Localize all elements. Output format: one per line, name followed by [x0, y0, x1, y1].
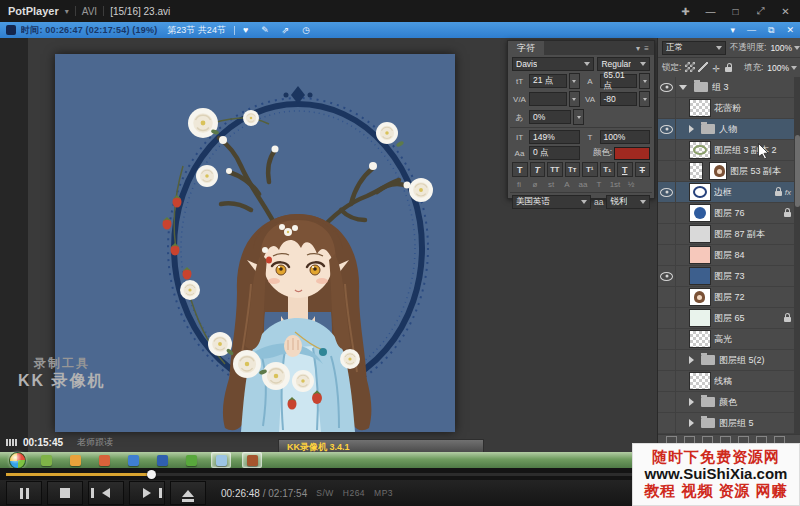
lock-lock-icon[interactable]: [724, 62, 734, 72]
restore-icon[interactable]: ⧉: [768, 25, 774, 36]
visibility-toggle[interactable]: [658, 161, 676, 181]
visibility-toggle[interactable]: [658, 119, 676, 139]
layer-row[interactable]: 图层 84: [658, 245, 794, 266]
scrollbar-thumb[interactable]: [795, 135, 800, 207]
seek-thumb[interactable]: [147, 470, 156, 479]
taskbar-app-6[interactable]: [182, 453, 200, 467]
layer-name[interactable]: 图层 76: [714, 207, 784, 220]
tracking-dropdown[interactable]: [639, 91, 650, 107]
visibility-toggle[interactable]: [658, 140, 676, 160]
layer-row[interactable]: 图层组 5(2): [658, 350, 794, 371]
layer-row[interactable]: 图层 65: [658, 308, 794, 329]
text-style-button-2[interactable]: T: [530, 162, 546, 177]
font-size-field[interactable]: 21 点: [529, 74, 567, 88]
disclosure-triangle-icon[interactable]: [689, 398, 694, 406]
horizontal-scale-field[interactable]: 100%: [600, 130, 651, 144]
opentype-button-1[interactable]: fi: [512, 179, 526, 190]
visibility-toggle[interactable]: [658, 413, 676, 433]
opentype-button-7[interactable]: 1st: [608, 179, 622, 190]
close-icon[interactable]: ✕: [779, 6, 792, 17]
text-style-button-8[interactable]: T: [635, 162, 651, 177]
layer-name[interactable]: 花蕾粉: [714, 102, 791, 115]
text-color-swatch[interactable]: [614, 147, 650, 160]
fullscreen-icon[interactable]: ⤢: [754, 5, 767, 17]
antialias-select[interactable]: 锐利: [606, 195, 650, 209]
layer-name[interactable]: 图层组 5(2): [719, 354, 791, 367]
layer-name[interactable]: 人物: [719, 123, 791, 136]
layer-name[interactable]: 图层组 3 副本 2: [714, 144, 791, 157]
layer-row[interactable]: 图层 87 副本: [658, 224, 794, 245]
visibility-toggle[interactable]: [658, 350, 676, 370]
opentype-button-6[interactable]: T: [592, 179, 606, 190]
video-area[interactable]: 字符 ▾ ≡ Davis Regular tT 21 点 A 65.01 点: [0, 38, 800, 468]
lock-move-icon[interactable]: [711, 64, 721, 74]
visibility-toggle[interactable]: [658, 245, 676, 265]
leading-dropdown[interactable]: [639, 73, 650, 89]
disclosure-triangle-icon[interactable]: [689, 356, 694, 364]
taskbar-app-8[interactable]: [242, 452, 262, 468]
share-icon[interactable]: ⇗: [282, 25, 290, 35]
layer-row[interactable]: 高光: [658, 329, 794, 350]
layer-row[interactable]: 边框 fx: [658, 182, 794, 203]
panel-menu-icon[interactable]: ▾ ≡: [636, 44, 654, 53]
minimize-icon[interactable]: —: [704, 6, 717, 17]
tracking-field[interactable]: -80: [600, 92, 638, 106]
chevron-down-icon[interactable]: ▾: [65, 7, 69, 16]
pin-icon[interactable]: ✚: [679, 6, 692, 17]
layer-row[interactable]: 组 3: [658, 77, 794, 98]
layer-name[interactable]: 图层组 5: [719, 417, 791, 430]
text-style-button-3[interactable]: TT: [547, 162, 563, 177]
layers-scrollbar[interactable]: [794, 77, 800, 435]
layer-row[interactable]: 花蕾粉: [658, 98, 794, 119]
fill-field[interactable]: 100%: [767, 63, 797, 73]
text-style-button-5[interactable]: T¹: [582, 162, 598, 177]
layer-row[interactable]: 图层 53 副本: [658, 161, 794, 182]
chevron-down-icon[interactable]: ▾: [730, 25, 735, 36]
kerning-dropdown[interactable]: [569, 91, 580, 107]
photoshop-canvas[interactable]: [55, 54, 455, 432]
kerning-field[interactable]: [529, 92, 567, 106]
opentype-button-3[interactable]: st: [544, 179, 558, 190]
layer-row[interactable]: 图层 76: [658, 203, 794, 224]
taskbar-app-7[interactable]: [211, 452, 231, 468]
visibility-toggle[interactable]: [658, 203, 676, 223]
font-size-dropdown[interactable]: [569, 73, 580, 89]
taskbar-app-1[interactable]: [37, 453, 55, 467]
taskbar-app-2[interactable]: [66, 453, 84, 467]
lock-brush-icon[interactable]: [698, 62, 708, 72]
tab-character[interactable]: 字符: [508, 41, 544, 55]
visibility-toggle[interactable]: [658, 371, 676, 391]
layer-row[interactable]: 颜色: [658, 392, 794, 413]
layer-name[interactable]: 图层 84: [714, 249, 791, 262]
visibility-toggle[interactable]: [658, 77, 676, 97]
blend-mode-select[interactable]: 正常: [662, 41, 726, 55]
opentype-button-2[interactable]: ø: [528, 179, 542, 190]
text-style-button-1[interactable]: T: [512, 162, 528, 177]
taskbar-app-5[interactable]: [153, 453, 171, 467]
leading-field[interactable]: 65.01 点: [600, 74, 638, 88]
stop-button[interactable]: [47, 481, 83, 505]
opacity-field[interactable]: 100%: [770, 43, 800, 53]
visibility-toggle[interactable]: [658, 182, 676, 202]
layer-name[interactable]: 颜色: [719, 396, 791, 409]
layer-row[interactable]: 图层 72: [658, 287, 794, 308]
vertical-scale-field[interactable]: 149%: [529, 130, 580, 144]
visibility-toggle[interactable]: [658, 329, 676, 349]
tsume-dropdown[interactable]: [573, 109, 584, 125]
layer-name[interactable]: 图层 65: [714, 312, 784, 325]
layer-name[interactable]: 图层 73: [714, 270, 791, 283]
layer-row[interactable]: 图层组 3 副本 2: [658, 140, 794, 161]
text-style-button-4[interactable]: Tᴛ: [565, 162, 581, 177]
prev-button[interactable]: [88, 481, 124, 505]
layer-row[interactable]: 人物: [658, 119, 794, 140]
visibility-toggle[interactable]: [658, 266, 676, 286]
visibility-toggle[interactable]: [658, 224, 676, 244]
layer-name[interactable]: 图层 72: [714, 291, 791, 304]
language-select[interactable]: 美国英语: [512, 195, 591, 209]
layer-name[interactable]: 图层 53 副本: [730, 165, 791, 178]
taskbar-app-3[interactable]: [95, 453, 113, 467]
layer-row[interactable]: 图层组 5: [658, 413, 794, 434]
taskbar-app-4[interactable]: [124, 453, 142, 467]
visibility-toggle[interactable]: [658, 308, 676, 328]
font-style-select[interactable]: Regular: [597, 57, 650, 71]
